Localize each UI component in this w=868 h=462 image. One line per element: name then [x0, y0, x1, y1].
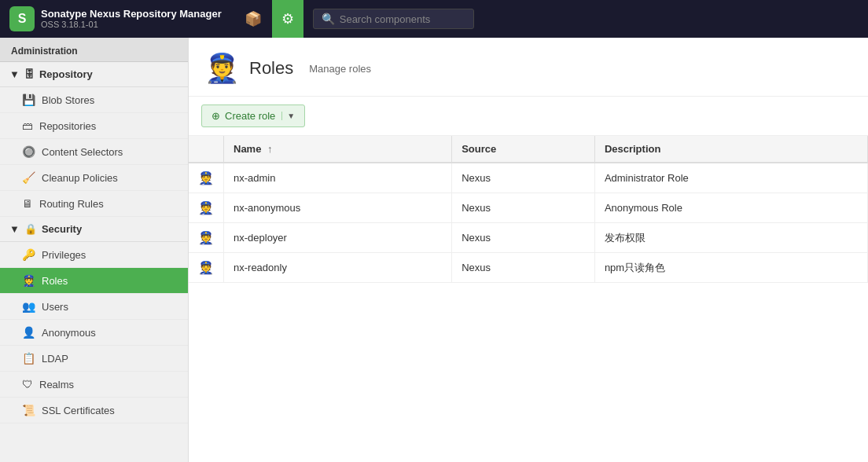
cell-row-name: nx-admin	[224, 163, 452, 193]
col-header-source[interactable]: Source	[452, 136, 595, 163]
page-header: 👮 Roles Manage roles	[189, 38, 868, 97]
security-group-icon: 🔒	[24, 223, 37, 235]
table-header-row: Name ↑ Source Description	[189, 136, 868, 163]
sidebar-item-anonymous[interactable]: 👤 Anonymous	[0, 320, 188, 346]
repository-group-label: Repository	[39, 68, 93, 80]
role-row-icon: 👮	[198, 261, 214, 274]
cell-row-icon: 👮	[189, 193, 224, 223]
sidebar-item-ssl-certificates[interactable]: 📜 SSL Certificates	[0, 398, 188, 424]
sidebar-section-header: Administration	[0, 38, 188, 62]
package-icon-btn[interactable]: 📦	[237, 0, 269, 38]
cell-row-description: Anonymous Role	[594, 193, 867, 223]
topbar: S Sonatype Nexus Repository Manager OSS …	[0, 0, 868, 38]
roles-icon: 👮	[22, 274, 35, 287]
app-version-label: OSS 3.18.1-01	[41, 20, 222, 30]
cell-row-icon: 👮	[189, 163, 224, 193]
gear-icon: ⚙	[281, 10, 294, 28]
cell-row-source: Nexus	[452, 193, 595, 223]
cell-row-name: nx-readonly	[224, 253, 452, 283]
sidebar-item-blob-stores[interactable]: 💾 Blob Stores	[0, 87, 188, 113]
table-row[interactable]: 👮 nx-admin Nexus Administrator Role	[189, 163, 868, 193]
logo-icon: S	[9, 6, 35, 31]
sidebar-group-repository: ▼ 🗄 Repository 💾 Blob Stores 🗃 Repositor…	[0, 62, 188, 217]
cell-row-source: Nexus	[452, 253, 595, 283]
repositories-label: Repositories	[39, 120, 96, 132]
table-row[interactable]: 👮 nx-anonymous Nexus Anonymous Role	[189, 193, 868, 223]
app-name-label: Sonatype Nexus Repository Manager	[41, 8, 222, 20]
cell-row-description: Administrator Role	[594, 163, 867, 193]
search-bar[interactable]: 🔍	[313, 9, 474, 29]
repositories-icon: 🗃	[22, 119, 33, 132]
routing-rules-icon: 🖥	[22, 197, 33, 210]
col-header-icon	[189, 136, 224, 163]
sidebar-item-realms[interactable]: 🛡 Realms	[0, 372, 188, 398]
privileges-icon: 🔑	[22, 248, 35, 261]
routing-rules-label: Routing Rules	[39, 198, 104, 210]
repository-group-icon: 🗄	[24, 68, 35, 80]
cleanup-policies-label: Cleanup Policies	[42, 172, 118, 184]
cell-row-icon: 👮	[189, 223, 224, 253]
table-row[interactable]: 👮 nx-readonly Nexus npm只读角色	[189, 253, 868, 283]
ssl-certificates-label: SSL Certificates	[42, 405, 115, 416]
role-row-icon: 👮	[198, 201, 214, 214]
cell-row-icon: 👮	[189, 253, 224, 283]
page-subtitle: Manage roles	[309, 63, 371, 75]
realms-label: Realms	[39, 379, 74, 390]
content-selectors-icon: 🔘	[22, 145, 35, 158]
chevron-icon-security: ▼	[9, 223, 20, 235]
cleanup-policies-icon: 🧹	[22, 171, 35, 184]
create-role-button[interactable]: ⊕ Create role ▼	[201, 104, 305, 127]
sidebar: Administration ▼ 🗄 Repository 💾 Blob Sto…	[0, 38, 189, 462]
users-icon: 👥	[22, 300, 35, 313]
package-icon: 📦	[245, 10, 262, 28]
topbar-icons: 📦 ⚙	[237, 0, 303, 38]
toolbar: ⊕ Create role ▼	[189, 97, 868, 136]
ssl-certificates-icon: 📜	[22, 404, 35, 416]
content-selectors-label: Content Selectors	[42, 146, 123, 158]
anonymous-icon: 👤	[22, 326, 35, 339]
col-description-label: Description	[605, 143, 661, 155]
roles-table: Name ↑ Source Description 👮 nx-admin Nex…	[189, 136, 868, 283]
ldap-icon: 📋	[22, 352, 35, 365]
blob-stores-label: Blob Stores	[42, 94, 94, 106]
sidebar-item-users[interactable]: 👥 Users	[0, 294, 188, 320]
sort-icon: ↑	[267, 143, 273, 155]
role-row-icon: 👮	[198, 231, 214, 244]
privileges-label: Privileges	[42, 249, 86, 261]
users-label: Users	[42, 301, 68, 313]
sidebar-item-ldap[interactable]: 📋 LDAP	[0, 346, 188, 372]
cell-row-description: 发布权限	[594, 223, 867, 253]
sidebar-item-routing-rules[interactable]: 🖥 Routing Rules	[0, 191, 188, 217]
ldap-label: LDAP	[42, 353, 68, 365]
sidebar-item-cleanup-policies[interactable]: 🧹 Cleanup Policies	[0, 165, 188, 191]
cell-row-name: nx-deployer	[224, 223, 452, 253]
cell-row-source: Nexus	[452, 223, 595, 253]
anonymous-label: Anonymous	[42, 327, 96, 339]
chevron-icon: ▼	[9, 68, 20, 80]
cell-row-name: nx-anonymous	[224, 193, 452, 223]
col-source-label: Source	[462, 143, 496, 155]
col-header-description[interactable]: Description	[594, 136, 867, 163]
admin-icon-btn[interactable]: ⚙	[272, 0, 303, 38]
roles-label: Roles	[42, 275, 68, 287]
sidebar-item-repositories[interactable]: 🗃 Repositories	[0, 113, 188, 139]
sidebar-group-header-security[interactable]: ▼ 🔒 Security	[0, 217, 188, 242]
search-icon: 🔍	[322, 13, 335, 25]
table-row[interactable]: 👮 nx-deployer Nexus 发布权限	[189, 223, 868, 253]
search-input[interactable]	[340, 13, 465, 25]
main-layout: Administration ▼ 🗄 Repository 💾 Blob Sto…	[0, 38, 868, 462]
create-role-dropdown-arrow[interactable]: ▼	[281, 112, 295, 120]
realms-icon: 🛡	[22, 378, 33, 390]
sidebar-item-content-selectors[interactable]: 🔘 Content Selectors	[0, 139, 188, 165]
sidebar-group-header-repository[interactable]: ▼ 🗄 Repository	[0, 62, 188, 87]
sidebar-item-privileges[interactable]: 🔑 Privileges	[0, 242, 188, 268]
app-title: Sonatype Nexus Repository Manager OSS 3.…	[41, 8, 222, 31]
col-header-name[interactable]: Name ↑	[224, 136, 452, 163]
sidebar-item-roles[interactable]: 👮 Roles	[0, 268, 188, 294]
create-role-plus-icon: ⊕	[211, 110, 220, 122]
create-role-label: Create role	[225, 110, 275, 122]
cell-row-source: Nexus	[452, 163, 595, 193]
role-row-icon: 👮	[198, 171, 214, 185]
page-title: Roles	[249, 58, 293, 79]
col-name-label: Name	[234, 143, 261, 155]
